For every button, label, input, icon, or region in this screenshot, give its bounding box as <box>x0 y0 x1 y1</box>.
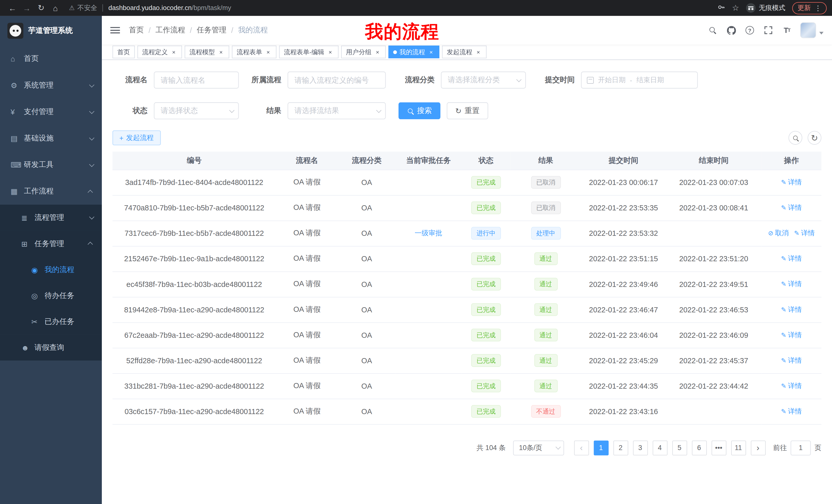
tab-my-process[interactable]: 我的流程× <box>389 46 439 58</box>
sidebar-item-todo-task[interactable]: ◎待办任务 <box>0 283 102 309</box>
security-warning-label: 不安全 <box>77 3 97 12</box>
address-bar[interactable]: ⚠ 不安全 dashboard.yudao.iocoder.cn/bpm/tas… <box>69 3 711 12</box>
detail-action-link[interactable]: ✎详情 <box>781 305 802 314</box>
pagination-page-4[interactable]: 4 <box>652 440 667 455</box>
toggle-search-button[interactable] <box>788 131 802 145</box>
browser-window: ← → ↻ ⌂ ⚠ 不安全 dashboard.yudao.iocoder.cn… <box>0 0 832 504</box>
avatar[interactable] <box>800 22 816 38</box>
detail-action-link[interactable]: ✎详情 <box>794 228 815 238</box>
pagination-total: 共 104 条 <box>476 443 505 452</box>
sidebar-item-payment[interactable]: ¥支付管理 <box>0 99 102 125</box>
sidebar-item-leave-query[interactable]: ☻请假查询 <box>0 334 102 360</box>
create-process-button[interactable]: + 发起流程 <box>113 131 161 145</box>
detail-action-link[interactable]: ✎详情 <box>781 203 802 213</box>
detail-action-link[interactable]: ✎详情 <box>781 279 802 289</box>
row-status: 已完成 <box>462 297 511 323</box>
detail-action-link[interactable]: ✎详情 <box>781 407 802 416</box>
browser-back-icon[interactable]: ← <box>5 3 20 12</box>
tab-user-group[interactable]: 用户分组× <box>341 46 386 58</box>
breadcrumb-item[interactable]: 任务管理 <box>197 25 227 35</box>
pagination-page-1[interactable]: 1 <box>593 440 608 455</box>
sidebar-item-label: 已办任务 <box>45 317 94 326</box>
help-icon[interactable] <box>745 25 755 35</box>
detail-action-link[interactable]: ✎详情 <box>781 330 802 340</box>
close-icon[interactable]: × <box>265 49 272 55</box>
row-status: 已完成 <box>462 373 511 399</box>
close-icon[interactable]: × <box>170 49 177 55</box>
user-menu[interactable] <box>800 22 824 38</box>
fullscreen-icon[interactable] <box>763 25 774 35</box>
tab-start-process[interactable]: 发起流程× <box>442 46 487 58</box>
pagination-next-button[interactable]: › <box>751 440 765 455</box>
result-select[interactable]: 请选择流结果 <box>288 102 386 119</box>
tab-process-form-edit[interactable]: 流程表单-编辑× <box>279 46 339 58</box>
sidebar-toggle-icon[interactable] <box>110 27 120 33</box>
sidebar-item-process-mgmt[interactable]: ≣流程管理 <box>0 205 102 231</box>
eye-icon: ◎ <box>31 291 45 300</box>
github-icon[interactable] <box>726 25 736 35</box>
bookmark-star-icon[interactable]: ☆ <box>732 3 739 12</box>
action-label: 详情 <box>788 305 802 314</box>
goto-suffix: 页 <box>814 443 822 452</box>
goto-page-input[interactable] <box>790 440 811 455</box>
detail-action-link[interactable]: ✎详情 <box>781 356 802 365</box>
pagination-page-6[interactable]: 6 <box>692 440 706 455</box>
close-icon[interactable]: × <box>374 49 381 55</box>
process-name-input[interactable] <box>154 72 239 89</box>
detail-action-link[interactable]: ✎详情 <box>781 177 802 187</box>
sidebar-item-task-mgmt[interactable]: ⊞任务管理 <box>0 231 102 257</box>
chevron-down-icon <box>376 107 381 113</box>
browser-update-button[interactable]: 更新 ⋮ <box>792 2 827 14</box>
close-icon[interactable]: × <box>217 49 225 55</box>
pagination-page-11[interactable]: 11 <box>731 440 746 455</box>
close-icon[interactable]: × <box>327 49 334 55</box>
row-current-task <box>395 272 462 297</box>
pagination-page-2[interactable]: 2 <box>613 440 628 455</box>
sidebar-item-system[interactable]: ⚙系统管理 <box>0 72 102 99</box>
sidebar-item-workflow[interactable]: ▦工作流程 <box>0 178 102 204</box>
refresh-table-button[interactable]: ↻ <box>808 131 822 145</box>
password-key-icon[interactable] <box>717 3 725 13</box>
process-definition-input[interactable] <box>288 72 386 89</box>
sidebar-item-done-task[interactable]: ✂已办任务 <box>0 309 102 334</box>
current-task-link[interactable]: 一级审批 <box>415 228 442 238</box>
cancel-action-link[interactable]: ⊘取消 <box>768 228 789 238</box>
row-category: OA <box>338 246 395 272</box>
browser-menu-icon[interactable]: ⋮ <box>814 4 822 12</box>
tab-process-model[interactable]: 流程模型× <box>185 46 229 58</box>
sidebar-item-infra[interactable]: ▤基础设施 <box>0 125 102 151</box>
close-icon[interactable]: × <box>475 49 482 55</box>
close-icon[interactable]: × <box>427 49 435 55</box>
top-navbar: 首页/工作流程/任务管理/我的流程 TT <box>102 16 832 45</box>
breadcrumb-item[interactable]: 首页 <box>129 25 144 35</box>
app-logo[interactable]: 芋道管理系统 <box>0 16 102 46</box>
row-actions: ✎详情 <box>761 195 822 220</box>
page-size-select[interactable]: 10条/页 <box>513 440 564 455</box>
pagination-page-5[interactable]: 5 <box>672 440 687 455</box>
pagination-page-3[interactable]: 3 <box>633 440 648 455</box>
page-size-value: 10条/页 <box>519 443 542 452</box>
pagination-prev-button[interactable]: ‹ <box>574 440 589 455</box>
submit-time-daterange[interactable]: 开始日期 - 结束日期 <box>581 72 698 89</box>
detail-action-link[interactable]: ✎详情 <box>781 381 802 391</box>
browser-forward-icon[interactable]: → <box>20 3 34 12</box>
search-icon[interactable] <box>707 25 718 35</box>
row-end-time: 2022-01-22 23:44:42 <box>666 373 761 399</box>
browser-reload-icon[interactable]: ↻ <box>34 3 48 12</box>
tab-process-form[interactable]: 流程表单× <box>232 46 277 58</box>
pagination-more-button[interactable]: ••• <box>711 440 726 455</box>
search-button[interactable]: 搜索 <box>398 102 440 119</box>
sidebar-item-devtools[interactable]: ⌨研发工具 <box>0 151 102 178</box>
detail-action-link[interactable]: ✎详情 <box>781 254 802 263</box>
reset-button[interactable]: ↻ 重置 <box>447 102 488 119</box>
status-select[interactable]: 请选择状态 <box>154 102 239 119</box>
tab-home[interactable]: 首页 <box>113 46 135 58</box>
browser-home-icon[interactable]: ⌂ <box>48 3 63 12</box>
process-category-select[interactable]: 请选择流程分类 <box>441 72 526 89</box>
sidebar-item-home[interactable]: ⌂首页 <box>0 46 102 72</box>
pagination-pages: 123456•••11 <box>591 440 748 455</box>
font-size-icon[interactable]: TT <box>782 25 792 35</box>
breadcrumb-item[interactable]: 工作流程 <box>155 25 185 35</box>
tab-process-definition[interactable]: 流程定义× <box>137 46 182 58</box>
sidebar-item-my-process[interactable]: ◉我的流程 <box>0 257 102 283</box>
